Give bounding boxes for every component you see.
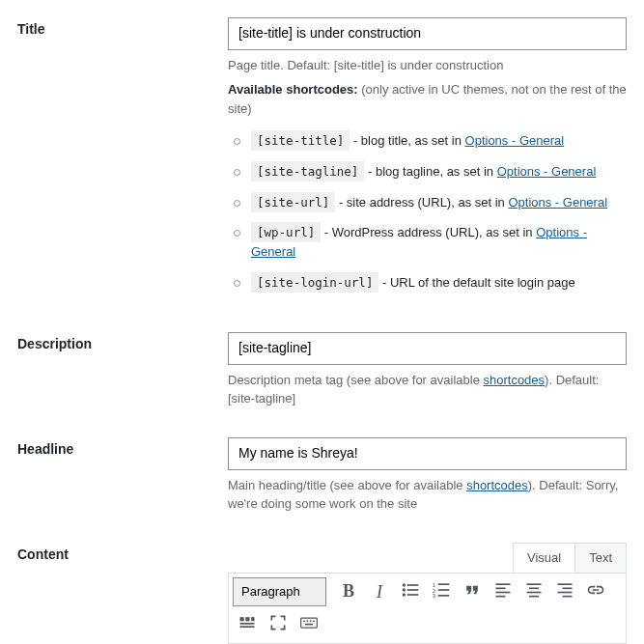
align-right-icon: [555, 580, 574, 602]
keyboard-icon: [299, 613, 319, 635]
link-button[interactable]: [581, 577, 610, 606]
options-general-link[interactable]: Options - General: [508, 195, 607, 210]
align-right-button[interactable]: [550, 577, 579, 606]
link-icon: [586, 580, 605, 602]
description-help-before: Description meta tag (see above for avai…: [228, 373, 483, 387]
title-default-help: Page title. Default: [site-title] is und…: [228, 56, 627, 75]
numbered-list-button[interactable]: 123: [427, 577, 456, 606]
svg-rect-19: [529, 596, 539, 598]
headline-help-before: Main heading/title (see above for availa…: [228, 478, 466, 492]
list-ol-icon: 123: [432, 580, 451, 602]
content-label: Content: [17, 546, 69, 562]
shortcode-desc: - blog title, as set in: [350, 133, 464, 148]
fullscreen-button[interactable]: [264, 610, 293, 639]
svg-rect-3: [407, 589, 419, 591]
svg-rect-21: [563, 588, 573, 590]
title-label-col: Title: [17, 17, 228, 303]
svg-rect-22: [558, 592, 573, 594]
list-ul-icon: [401, 580, 420, 602]
options-general-link[interactable]: Options - General: [465, 133, 565, 148]
shortcode-code: [site-login-url]: [251, 272, 378, 293]
bulleted-list-button[interactable]: [396, 577, 425, 606]
shortcode-code: [site-title]: [251, 130, 350, 151]
svg-rect-28: [240, 626, 255, 628]
svg-rect-7: [438, 583, 450, 585]
title-label: Title: [17, 21, 45, 37]
editor-tabs: Visual Text: [228, 543, 627, 574]
list-item: [wp-url] - WordPress address (URL), as s…: [228, 223, 627, 261]
headline-input[interactable]: [228, 437, 627, 470]
svg-rect-14: [496, 592, 511, 594]
toolbar-toggle-button[interactable]: [233, 610, 262, 639]
align-left-icon: [493, 580, 513, 602]
svg-rect-25: [245, 617, 249, 621]
shortcode-code: [site-url]: [251, 192, 335, 212]
keyboard-button[interactable]: [294, 610, 323, 639]
svg-rect-5: [407, 594, 419, 596]
headline-row: Headline Main heading/title (see above f…: [17, 437, 627, 514]
title-row: Title Page title. Default: [site-title] …: [17, 17, 627, 303]
description-label: Description: [17, 336, 92, 351]
svg-text:3: 3: [433, 593, 435, 599]
svg-rect-11: [438, 595, 450, 597]
svg-rect-9: [438, 589, 450, 591]
headline-field-col: Main heading/title (see above for availa…: [228, 437, 627, 514]
shortcode-desc: - URL of the default site login page: [378, 275, 574, 290]
description-input[interactable]: [228, 332, 627, 365]
svg-rect-18: [527, 592, 542, 594]
svg-rect-30: [303, 621, 305, 623]
headline-label: Headline: [17, 441, 73, 457]
svg-point-4: [403, 593, 406, 596]
description-row: Description Description meta tag (see ab…: [17, 332, 627, 408]
available-shortcodes-label: Available shortcodes:: [228, 82, 358, 97]
align-center-button[interactable]: [519, 577, 548, 606]
title-input[interactable]: [228, 17, 627, 50]
kitchen-sink-icon: [238, 613, 257, 635]
headline-help: Main heading/title (see above for availa…: [228, 476, 627, 514]
svg-rect-1: [407, 584, 419, 586]
blockquote-button[interactable]: [458, 577, 487, 606]
svg-rect-32: [310, 621, 312, 623]
svg-rect-12: [496, 583, 511, 585]
list-item: [site-tagline] - blog tagline, as set in…: [228, 162, 627, 182]
svg-rect-26: [251, 617, 254, 621]
svg-rect-23: [563, 596, 573, 598]
options-general-link[interactable]: Options - General: [497, 164, 597, 179]
content-field-col: Visual Text Paragraph B I 123: [228, 543, 627, 644]
title-field-col: Page title. Default: [site-title] is und…: [228, 17, 627, 303]
format-select[interactable]: Paragraph: [233, 577, 326, 606]
shortcodes-link[interactable]: shortcodes: [466, 478, 528, 492]
svg-rect-31: [307, 621, 309, 623]
shortcode-desc: - site address (URL), as set in: [335, 195, 508, 210]
shortcode-desc: - WordPress address (URL), as set in: [321, 225, 536, 239]
svg-rect-24: [240, 617, 244, 621]
svg-rect-13: [496, 588, 506, 590]
list-item: [site-url] - site address (URL), as set …: [228, 193, 627, 212]
svg-rect-33: [313, 621, 315, 623]
headline-label-col: Headline: [17, 437, 228, 514]
shortcode-list: [site-title] - blog title, as set in Opt…: [228, 131, 627, 292]
svg-point-2: [403, 588, 406, 591]
shortcodes-link[interactable]: shortcodes: [483, 373, 545, 387]
editor-toolbar: Paragraph B I 123: [228, 573, 627, 644]
content-label-col: Content: [17, 543, 228, 644]
tab-visual[interactable]: Visual: [513, 543, 575, 573]
description-help: Description meta tag (see above for avai…: [228, 371, 627, 408]
description-label-col: Description: [17, 332, 228, 408]
description-field-col: Description meta tag (see above for avai…: [228, 332, 627, 408]
quote-icon: [462, 580, 482, 602]
title-available-shortcodes: Available shortcodes: (only active in UC…: [228, 80, 627, 118]
align-left-button[interactable]: [489, 577, 518, 606]
italic-button[interactable]: I: [365, 577, 394, 606]
list-item: [site-title] - blog title, as set in Opt…: [228, 131, 627, 151]
tab-text[interactable]: Text: [574, 543, 627, 573]
list-item: [site-login-url] - URL of the default si…: [228, 273, 627, 293]
shortcode-desc: - blog tagline, as set in: [364, 164, 496, 179]
svg-point-0: [403, 583, 406, 586]
fullscreen-icon: [268, 613, 288, 635]
svg-rect-16: [527, 583, 542, 585]
svg-rect-20: [558, 583, 573, 585]
align-center-icon: [524, 580, 544, 602]
bold-button[interactable]: B: [334, 577, 363, 606]
shortcode-code: [wp-url]: [251, 222, 321, 242]
